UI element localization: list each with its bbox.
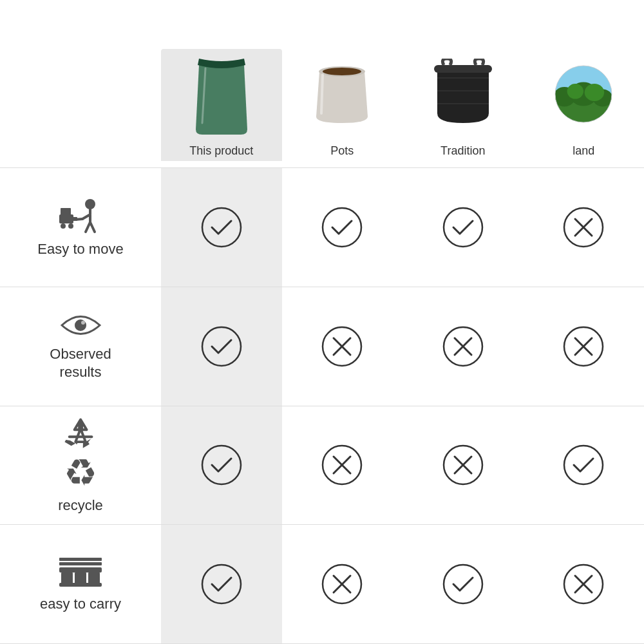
check-cell-move-land	[524, 168, 645, 287]
feature-info-recycle: ♻ recycle	[0, 406, 161, 525]
svg-rect-52	[59, 562, 102, 565]
check-cell-carry-pots	[282, 525, 403, 643]
col-label-this-product: This product	[189, 144, 253, 158]
recycle-icon	[60, 416, 102, 449]
check-cell-carry-land	[524, 525, 645, 643]
svg-point-29	[202, 327, 241, 366]
check-cell-move-pots	[282, 168, 403, 287]
feature-info-easy-to-carry: easy to carry	[0, 525, 161, 643]
svg-point-21	[202, 208, 241, 247]
feature-label-easy-to-carry: easy to carry	[40, 595, 121, 614]
product-image-fabric	[428, 49, 498, 139]
comparison-table: This product Pots	[0, 0, 644, 644]
check-cell-move-tradition	[402, 168, 524, 287]
check-cell-observed-product	[161, 287, 282, 406]
check-cell-carry-tradition	[402, 525, 524, 643]
svg-rect-2	[434, 65, 492, 73]
svg-point-23	[444, 208, 482, 247]
col-label-land: land	[573, 144, 594, 158]
col-header-land: land	[524, 49, 645, 161]
check-cell-observed-land	[524, 287, 645, 406]
check-cell-recycle-product	[161, 406, 282, 525]
carry-icon	[58, 554, 103, 590]
svg-point-28	[81, 321, 85, 325]
svg-point-13	[585, 84, 604, 101]
row-observed-results: Observedresults	[0, 287, 644, 406]
col-header-this-product: This product	[161, 49, 282, 161]
svg-point-39	[202, 446, 241, 484]
feature-label-easy-to-move: Easy to move	[37, 240, 123, 259]
check-cell-recycle-tradition	[402, 406, 524, 525]
svg-point-18	[68, 223, 73, 229]
check-cell-move-product	[161, 168, 282, 287]
col-label-tradition: Tradition	[440, 144, 485, 158]
eye-icon	[60, 311, 102, 340]
header-row: This product Pots	[0, 0, 644, 167]
check-cell-observed-pots	[282, 287, 403, 406]
col-label-pots: Pots	[330, 144, 354, 158]
check-cell-carry-product	[161, 525, 282, 643]
move-icon	[58, 196, 103, 235]
col-header-tradition: Tradition	[402, 49, 524, 161]
svg-point-27	[75, 319, 86, 331]
check-cell-observed-tradition	[402, 287, 524, 406]
feature-label-recycle: recycle	[58, 497, 103, 515]
svg-point-54	[202, 565, 241, 603]
product-image-land	[548, 49, 619, 139]
feature-info-easy-to-move: Easy to move	[0, 168, 161, 287]
svg-point-58	[444, 565, 482, 603]
check-cell-recycle-pots	[282, 406, 403, 525]
svg-point-1	[323, 68, 361, 75]
svg-point-20	[85, 199, 95, 209]
feature-label-observed-results: Observedresults	[50, 345, 111, 382]
product-image-bag	[186, 49, 257, 139]
svg-rect-47	[59, 567, 102, 573]
svg-point-22	[323, 208, 361, 247]
feature-info-observed-results: Observedresults	[0, 287, 161, 406]
svg-rect-53	[59, 558, 102, 561]
product-image-pot	[307, 49, 377, 139]
svg-rect-51	[59, 583, 102, 587]
col-header-pots: Pots	[282, 49, 403, 161]
row-easy-to-move: Easy to move	[0, 167, 644, 287]
row-easy-to-carry: easy to carry	[0, 524, 644, 644]
check-cell-recycle-land	[524, 406, 645, 525]
recycle-symbol: ♻	[64, 454, 97, 491]
svg-point-46	[564, 446, 603, 484]
svg-point-12	[567, 84, 583, 99]
svg-rect-19	[61, 208, 71, 216]
row-recycle: ♻ recycle	[0, 406, 644, 525]
svg-point-17	[61, 223, 66, 229]
